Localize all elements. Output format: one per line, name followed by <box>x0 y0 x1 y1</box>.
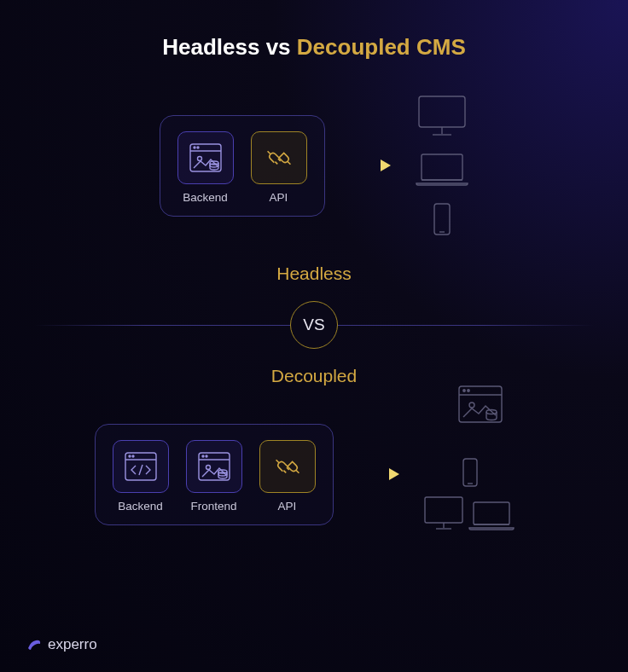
svg-rect-16 <box>434 204 450 235</box>
svg-point-25 <box>202 455 204 457</box>
svg-point-4 <box>197 156 201 160</box>
backend-label: Backend <box>118 500 163 513</box>
decoupled-section: Backend Frontend <box>0 410 628 538</box>
headless-section: Backend API <box>0 95 628 236</box>
brand-name: experro <box>48 636 97 653</box>
svg-point-3 <box>197 147 199 148</box>
api-plug-icon <box>270 449 305 484</box>
decoupled-backend-node: Backend <box>113 440 169 513</box>
svg-rect-42 <box>425 497 462 523</box>
monitor-icon <box>423 495 464 531</box>
svg-line-7 <box>275 161 277 164</box>
api-icon-box <box>259 440 316 493</box>
vs-badge: VS <box>290 301 338 349</box>
svg-point-38 <box>469 403 474 408</box>
svg-rect-45 <box>474 502 509 524</box>
monitor-icon <box>417 95 467 137</box>
svg-rect-34 <box>459 386 502 422</box>
svg-rect-40 <box>463 459 477 486</box>
brand-icon <box>26 636 43 653</box>
svg-line-30 <box>283 470 286 472</box>
svg-point-2 <box>194 147 195 148</box>
svg-line-33 <box>295 470 299 473</box>
backend-icon-box <box>177 131 234 184</box>
phone-icon <box>462 457 479 488</box>
phone-icon <box>433 202 451 236</box>
laptop-icon <box>415 153 469 187</box>
api-label: API <box>270 191 288 204</box>
headless-label: Headless <box>0 264 628 284</box>
headless-backend-node: Backend <box>177 131 234 204</box>
backend-content-icon <box>189 142 223 173</box>
headless-group: Backend API <box>160 115 325 217</box>
svg-line-9 <box>267 151 270 154</box>
title-accent: Decoupled CMS <box>297 34 466 60</box>
svg-point-36 <box>462 390 464 391</box>
decoupled-group: Backend Frontend <box>95 424 334 525</box>
api-label: API <box>278 500 297 513</box>
svg-point-26 <box>206 455 207 457</box>
svg-rect-14 <box>422 154 462 180</box>
svg-point-37 <box>467 390 468 391</box>
decoupled-devices <box>423 410 534 538</box>
decoupled-api-node: API <box>259 440 316 513</box>
svg-line-10 <box>287 161 290 165</box>
divider: VS <box>0 299 628 350</box>
frontend-icon-box <box>186 440 242 493</box>
api-plug-icon <box>262 141 296 175</box>
brand-logo: experro <box>26 636 97 653</box>
frontend-label: Frontend <box>190 500 236 513</box>
content-window-icon <box>457 385 503 424</box>
svg-point-27 <box>206 465 210 469</box>
headless-devices <box>415 95 469 236</box>
arrow-icon <box>346 157 393 174</box>
title-prefix: Headless vs <box>162 34 297 60</box>
backend-label: Backend <box>183 191 228 204</box>
svg-point-20 <box>129 455 131 457</box>
backend-icon-box <box>113 440 169 493</box>
laptop-icon <box>468 501 515 531</box>
decoupled-label: Decoupled <box>0 366 628 386</box>
headless-api-node: API <box>251 131 307 204</box>
decoupled-frontend-node: Frontend <box>186 440 242 513</box>
backend-code-icon <box>124 451 158 482</box>
frontend-content-icon <box>197 451 231 482</box>
svg-line-32 <box>276 460 279 463</box>
page-title: Headless vs Decoupled CMS <box>0 0 628 61</box>
arrow-icon <box>355 466 402 483</box>
api-icon-box <box>251 131 307 184</box>
svg-rect-11 <box>419 96 465 127</box>
svg-line-22 <box>139 465 142 475</box>
svg-point-21 <box>132 455 134 457</box>
